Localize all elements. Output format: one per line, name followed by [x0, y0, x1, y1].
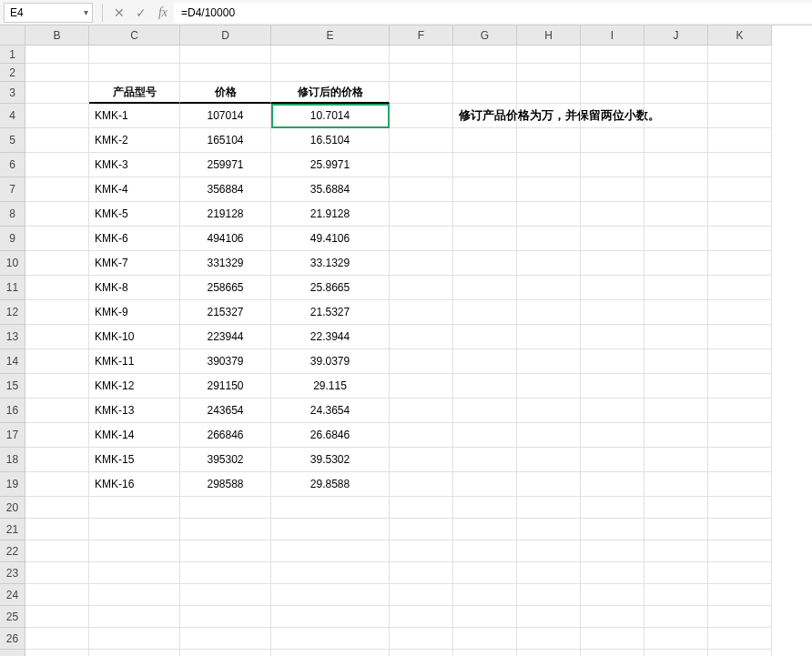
cell-H23[interactable] — [517, 562, 581, 584]
cell-D18[interactable]: 395302 — [180, 448, 271, 472]
cell-I8[interactable] — [581, 202, 645, 227]
cell-K20[interactable] — [708, 497, 772, 519]
name-box[interactable]: E4 ▾ — [4, 3, 93, 23]
column-header-E[interactable]: E — [271, 25, 390, 45]
cell-F13[interactable] — [390, 325, 453, 349]
cell-D25[interactable] — [180, 606, 271, 628]
cell-H16[interactable] — [517, 399, 581, 423]
cell-I2[interactable] — [581, 64, 645, 82]
cell-K8[interactable] — [708, 202, 772, 227]
cell-J15[interactable] — [645, 374, 708, 399]
cell-K23[interactable] — [708, 562, 772, 584]
row-header-24[interactable]: 24 — [0, 584, 25, 606]
cell-D6[interactable]: 259971 — [180, 153, 271, 177]
cell-I20[interactable] — [581, 497, 645, 519]
cell-E24[interactable] — [271, 584, 390, 606]
cell-B11[interactable] — [25, 276, 89, 300]
cell-F10[interactable] — [390, 251, 453, 276]
cell-J25[interactable] — [645, 606, 708, 628]
cell-J12[interactable] — [645, 300, 708, 325]
cell-G24[interactable] — [453, 584, 517, 606]
cell-I16[interactable] — [581, 399, 645, 423]
cell-J23[interactable] — [645, 562, 708, 584]
cell-H24[interactable] — [517, 584, 581, 606]
cell-J17[interactable] — [645, 423, 708, 448]
cell-J2[interactable] — [645, 64, 708, 82]
cell-I7[interactable] — [581, 177, 645, 202]
cell-E23[interactable] — [271, 562, 390, 584]
cell-D15[interactable]: 291150 — [180, 374, 271, 399]
cell-D24[interactable] — [180, 584, 271, 606]
cell-F4[interactable] — [390, 104, 453, 128]
row-header-20[interactable]: 20 — [0, 497, 25, 519]
cell-K24[interactable] — [708, 584, 772, 606]
cell-F14[interactable] — [390, 349, 453, 374]
cell-E11[interactable]: 25.8665 — [271, 276, 390, 300]
cell-I9[interactable] — [581, 227, 645, 251]
cell-D19[interactable]: 298588 — [180, 472, 271, 497]
cell-C18[interactable]: KMK-15 — [89, 448, 180, 472]
cell-K25[interactable] — [708, 606, 772, 628]
cell-G19[interactable] — [453, 472, 517, 497]
cell-G5[interactable] — [453, 128, 517, 153]
cell-C11[interactable]: KMK-8 — [89, 276, 180, 300]
cell-J19[interactable] — [645, 472, 708, 497]
cell-B6[interactable] — [25, 153, 89, 177]
cell-H2[interactable] — [517, 64, 581, 82]
cell-K27[interactable] — [708, 650, 772, 656]
row-header-11[interactable]: 11 — [0, 276, 25, 300]
cell-G25[interactable] — [453, 606, 517, 628]
cell-J5[interactable] — [645, 128, 708, 153]
cell-C17[interactable]: KMK-14 — [89, 423, 180, 448]
cell-B18[interactable] — [25, 448, 89, 472]
cell-D27[interactable] — [180, 650, 271, 656]
cell-B8[interactable] — [25, 202, 89, 227]
cell-B14[interactable] — [25, 349, 89, 374]
cell-I15[interactable] — [581, 374, 645, 399]
cell-J4[interactable] — [645, 104, 708, 128]
cell-G12[interactable] — [453, 300, 517, 325]
cell-K15[interactable] — [708, 374, 772, 399]
cell-H12[interactable] — [517, 300, 581, 325]
cell-E20[interactable] — [271, 497, 390, 519]
cell-C2[interactable] — [89, 64, 180, 82]
cell-H27[interactable] — [517, 650, 581, 656]
row-header-25[interactable]: 25 — [0, 606, 25, 628]
cell-K7[interactable] — [708, 177, 772, 202]
row-header-19[interactable]: 19 — [0, 472, 25, 497]
cell-E22[interactable] — [271, 540, 390, 562]
cell-E27[interactable] — [271, 650, 390, 656]
cell-C21[interactable] — [89, 519, 180, 540]
cell-E13[interactable]: 22.3944 — [271, 325, 390, 349]
cell-G22[interactable] — [453, 540, 517, 562]
cell-B2[interactable] — [25, 64, 89, 82]
column-header-J[interactable]: J — [645, 25, 708, 45]
cell-F2[interactable] — [390, 64, 453, 82]
cell-G27[interactable] — [453, 650, 517, 656]
cell-E25[interactable] — [271, 606, 390, 628]
cell-D21[interactable] — [180, 519, 271, 540]
cell-B23[interactable] — [25, 562, 89, 584]
cell-J18[interactable] — [645, 448, 708, 472]
column-header-D[interactable]: D — [180, 25, 271, 45]
cell-D17[interactable]: 266846 — [180, 423, 271, 448]
cell-D10[interactable]: 331329 — [180, 251, 271, 276]
cell-G17[interactable] — [453, 423, 517, 448]
cell-B4[interactable] — [25, 104, 89, 128]
cell-C3[interactable]: 产品型号 — [89, 82, 180, 104]
cell-B17[interactable] — [25, 423, 89, 448]
cell-F27[interactable] — [390, 650, 453, 656]
cell-C8[interactable]: KMK-5 — [89, 202, 180, 227]
row-header-14[interactable]: 14 — [0, 349, 25, 374]
cell-F7[interactable] — [390, 177, 453, 202]
cell-F23[interactable] — [390, 562, 453, 584]
cell-E16[interactable]: 24.3654 — [271, 399, 390, 423]
cell-G11[interactable] — [453, 276, 517, 300]
cell-I26[interactable] — [581, 628, 645, 650]
cell-E4[interactable]: 10.7014 — [271, 104, 390, 128]
cell-F18[interactable] — [390, 448, 453, 472]
cell-F3[interactable] — [390, 82, 453, 104]
cell-K22[interactable] — [708, 540, 772, 562]
cell-K5[interactable] — [708, 128, 772, 153]
cell-C25[interactable] — [89, 606, 180, 628]
